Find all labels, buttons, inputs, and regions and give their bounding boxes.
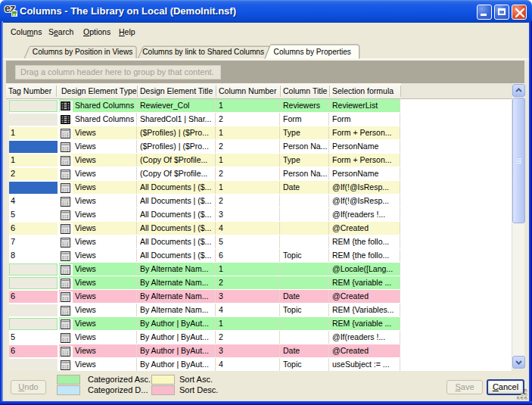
svg-text:Columns by link to Shared Colu: Columns by link to Shared Columns: [142, 48, 264, 56]
svg-text:Columns by Position in Views: Columns by Position in Views: [33, 48, 132, 56]
svg-text:Columns by Properties: Columns by Properties: [274, 48, 351, 56]
